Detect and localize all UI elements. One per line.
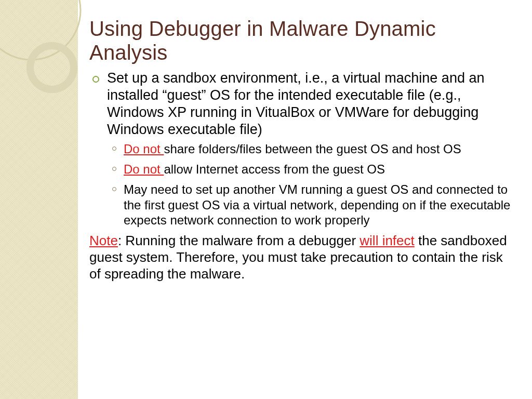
sub-bullet-text: May need to set up another VM running a … — [124, 182, 510, 227]
bullet-item: Set up a sandbox environment, i.e., a vi… — [107, 70, 511, 228]
note-paragraph: Note: Running the malware from a debugge… — [89, 233, 511, 282]
bullet-list: Set up a sandbox environment, i.e., a vi… — [89, 70, 511, 228]
slide-title: Using Debugger in Malware Dynamic Analys… — [89, 17, 511, 64]
sub-bullet-list: Do not share folders/files between the g… — [107, 141, 511, 228]
warning-text: Do not — [124, 142, 164, 156]
bullet-text: Set up a sandbox environment, i.e., a vi… — [107, 70, 484, 137]
slide: Using Debugger in Malware Dynamic Analys… — [0, 0, 532, 399]
sub-bullet-item: Do not share folders/files between the g… — [124, 141, 511, 156]
note-warning: will infect — [360, 233, 414, 248]
slide-content: Using Debugger in Malware Dynamic Analys… — [89, 17, 511, 282]
note-label: Note — [89, 233, 118, 248]
sub-bullet-item: Do not allow Internet access from the gu… — [124, 162, 511, 177]
note-text-1: : Running the malware from a debugger — [118, 233, 360, 248]
decorative-sidebar — [0, 0, 78, 399]
warning-text: Do not — [124, 162, 164, 176]
sub-bullet-text: share folders/files between the guest OS… — [164, 142, 461, 156]
sub-bullet-text: allow Internet access from the guest OS — [164, 162, 385, 176]
sub-bullet-item: May need to set up another VM running a … — [124, 182, 511, 228]
